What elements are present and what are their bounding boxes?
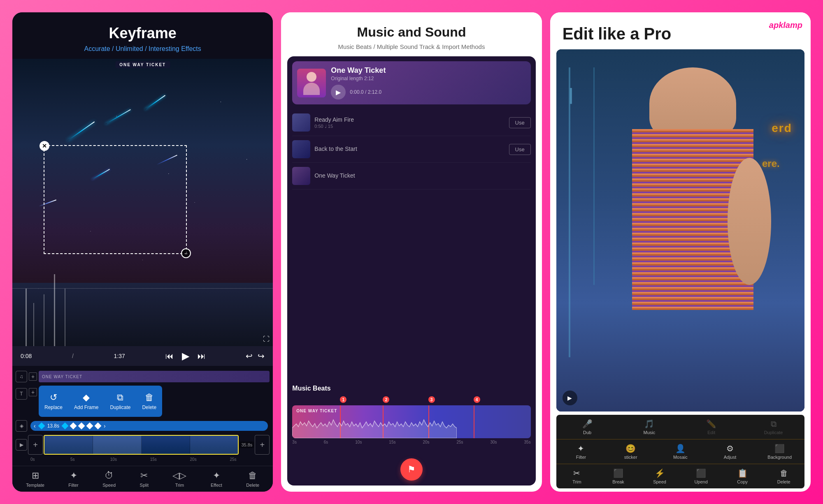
split-icon: ✂ — [140, 470, 148, 481]
light-pole-2 — [33, 303, 34, 346]
edit-tool-speed[interactable]: ⚡ Speed — [639, 467, 681, 486]
effect-icon: ✦ — [213, 470, 220, 481]
kf-diamond-6[interactable] — [95, 423, 102, 430]
kf-diamond-1[interactable] — [38, 423, 45, 430]
flag-button[interactable]: ⚑ — [400, 458, 423, 481]
waveform-svg — [292, 418, 457, 438]
edit-tool-delete[interactable]: 🗑 Delete — [763, 467, 804, 486]
popup-context-menu: ↺ Replace ◆ Add Frame ⧉ Duplicate 🗑 — [39, 386, 162, 417]
beat-time-6s: 6s — [324, 440, 328, 444]
background-icon: ⬛ — [774, 444, 785, 453]
edit-tool-copy[interactable]: 📋 Copy — [722, 467, 763, 486]
kf-diamond-5[interactable] — [86, 423, 93, 430]
dub-icon: 🎤 — [582, 419, 593, 429]
music-item-1-meta: 0:50 ♩ 15 — [314, 124, 504, 129]
toolbar-effect[interactable]: ✦ Effect — [211, 470, 222, 488]
delete-icon: 🗑 — [145, 392, 154, 403]
upend-icon: ⬛ — [696, 468, 706, 478]
popup-duplicate[interactable]: ⧉ Duplicate — [104, 389, 136, 414]
undo-button[interactable]: ↩ — [246, 351, 253, 361]
screen-edit-pro: apklamp Edit like a Pro erd ere. | — [550, 12, 811, 492]
music-play-button[interactable]: ▶ — [331, 85, 346, 99]
keyframe-subtitle: Accurate / Unlimited / Interesting Effec… — [21, 45, 265, 53]
toolbar-template[interactable]: ⊞ Template — [26, 470, 44, 488]
delete-label: Delete — [142, 405, 156, 410]
edit-toolbars: 🎤 Dub 🎵 Music ✏️ Edit ⧉ Duplicate — [556, 415, 804, 488]
track-length: Original length 2:12 — [331, 76, 525, 81]
light-pole-3 — [44, 294, 44, 346]
edit-tool-upend[interactable]: ⬛ Upend — [680, 467, 722, 486]
track-add-text[interactable]: + — [29, 388, 37, 396]
dub-label: Dub — [583, 430, 591, 435]
edit-tool-dub[interactable]: 🎤 Dub — [556, 417, 618, 437]
redo-button[interactable]: ↪ — [258, 351, 265, 361]
edit-label: Edit — [707, 430, 715, 435]
light-pole-1 — [26, 289, 27, 346]
use-button-2[interactable]: Use — [509, 144, 531, 155]
speed-edit-icon: ⚡ — [655, 468, 665, 478]
close-selection-button[interactable]: ✕ — [40, 141, 49, 151]
ruler-10s: 10s — [110, 457, 150, 462]
duplicate-icon: ⧉ — [117, 392, 123, 403]
fullscreen-button[interactable]: ⛶ — [263, 335, 270, 343]
music-app: One Way Ticket Original length 2:12 ▶ 0:… — [287, 56, 535, 486]
now-playing-card: One Way Ticket Original length 2:12 ▶ 0:… — [292, 61, 530, 104]
time-display: 0:08 — [21, 353, 32, 359]
kf-diamond-4[interactable] — [78, 423, 85, 430]
music-thumb-2 — [292, 140, 310, 158]
skip-back-button[interactable]: ⏮ — [165, 351, 174, 361]
popup-add-frame[interactable]: ◆ Add Frame — [68, 389, 104, 414]
music-item-3-name: One Way Ticket — [314, 172, 530, 179]
keyframe-title: Keyframe — [21, 25, 265, 42]
edit-tool-break[interactable]: ⬛ Break — [597, 467, 639, 486]
thumb-filmstrip — [44, 435, 239, 455]
filter-label: Filter — [68, 483, 78, 488]
track-title: One Way Ticket — [331, 66, 525, 75]
use-button-1[interactable]: Use — [509, 117, 531, 128]
pole-mid — [593, 67, 595, 285]
toolbar-trim[interactable]: ◁▷ Trim — [172, 470, 186, 488]
screen1-header: Keyframe Accurate / Unlimited / Interest… — [12, 12, 273, 59]
edit-tool-mosaic[interactable]: 👤 Mosaic — [656, 442, 705, 461]
thumb-add-right[interactable]: + — [255, 435, 270, 455]
toolbar-filter[interactable]: ✦ Filter — [68, 470, 78, 488]
thumb-4 — [190, 436, 238, 454]
beat-time-3s: 3s — [292, 440, 297, 444]
toolbar-speed[interactable]: ⏱ Speed — [102, 470, 116, 488]
delete-edit-icon: 🗑 — [780, 469, 788, 478]
track-add-music[interactable]: + — [29, 372, 37, 381]
selection-box[interactable]: ✕ ↔ — [44, 145, 187, 254]
kf-diamond-2[interactable] — [62, 423, 69, 430]
app-container: Keyframe Accurate / Unlimited / Interest… — [0, 0, 823, 504]
video-play-button[interactable]: ▶ — [563, 391, 577, 405]
dup-label: Duplicate — [764, 430, 783, 435]
beat-num-4: 4 — [474, 396, 480, 403]
edit-tool-background[interactable]: ⬛ Background — [755, 442, 804, 461]
kf-prev-button[interactable]: ‹ — [34, 423, 36, 429]
timeline-track-keyframe: ◈ ‹ 13.8s › — [12, 418, 273, 433]
popup-replace[interactable]: ↺ Replace — [39, 389, 68, 414]
kf-time-display: 13.8s — [47, 423, 59, 429]
thumb-add-left[interactable]: + — [28, 435, 43, 455]
copy-label: Copy — [737, 479, 748, 484]
popup-delete[interactable]: 🗑 Delete — [136, 389, 162, 414]
music-title: Music and Sound — [289, 25, 533, 40]
edit-tool-adjust[interactable]: ⚙ Adjust — [705, 442, 755, 461]
skip-forward-button[interactable]: ⏭ — [198, 351, 206, 361]
play-button[interactable]: ▶ — [182, 350, 189, 362]
edit-tool-filter[interactable]: ✦ Filter — [556, 442, 606, 461]
track-info: One Way Ticket Original length 2:12 ▶ 0:… — [331, 66, 525, 99]
kf-diamond-3[interactable] — [70, 423, 77, 430]
mosaic-label: Mosaic — [673, 455, 688, 460]
beats-visualizer-container: 1 2 3 4 ONE WAY TICKET — [292, 396, 530, 446]
music-subtitle: Music Beats / Multiple Sound Track & Imp… — [289, 43, 533, 50]
edit-pro-title: Edit like a Pro — [563, 25, 798, 43]
apklamp-badge: apklamp — [769, 21, 802, 30]
edit-tool-trim[interactable]: ✂ Trim — [556, 467, 598, 486]
video-thumb-track: ▶ + 35.8s + — [12, 435, 273, 455]
toolbar-split[interactable]: ✂ Split — [140, 470, 149, 488]
edit-tool-music[interactable]: 🎵 Music — [618, 417, 680, 437]
edit-tool-sticker[interactable]: 😊 sticker — [606, 442, 656, 461]
kf-next-button[interactable]: › — [104, 423, 106, 429]
toolbar-delete[interactable]: 🗑 Delete — [246, 470, 259, 488]
